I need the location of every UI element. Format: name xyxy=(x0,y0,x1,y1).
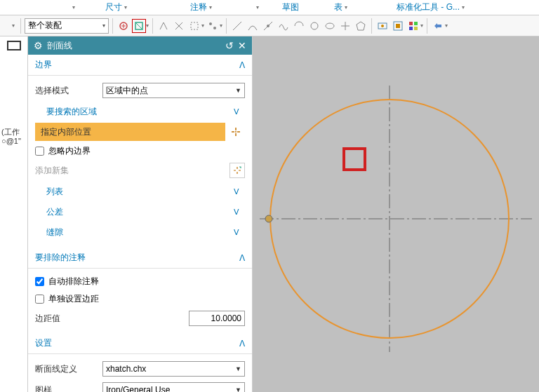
panel-body: 边界 ᐱ 选择模式 区域中的点 ▼ 要搜索的区域 ᐯ xyxy=(28,55,252,392)
specify-internal-row: 指定内部位置 xyxy=(35,123,245,141)
pick-point-button[interactable] xyxy=(225,123,245,141)
chevron-down-icon: ▾ xyxy=(124,4,127,11)
svg-rect-12 xyxy=(409,22,413,25)
margin-input[interactable] xyxy=(189,311,245,326)
chevron-down-icon: ᐯ xyxy=(234,187,239,196)
toolbar: ▾ 整个装配 ▾ ▾ ▾ ▾ ▾ ▾ xyxy=(0,15,539,36)
select-mode-value: 区域中的点 xyxy=(106,85,148,97)
chevron-up-icon: ᐱ xyxy=(239,253,245,263)
section-boundary-head[interactable]: 边界 ᐱ xyxy=(28,55,252,76)
ribbon-tab-size[interactable]: 尺寸▾ xyxy=(98,1,134,13)
reset-icon[interactable]: ↺ xyxy=(225,40,234,51)
tolerance-toggle[interactable]: 公差 ᐯ xyxy=(35,203,245,222)
svg-point-7 xyxy=(326,23,334,29)
section-title: 设置 xyxy=(35,337,52,349)
view-icon-2[interactable] xyxy=(391,19,405,33)
circle-tool-icon[interactable] xyxy=(307,19,321,33)
section-exclude-content: 自动排除注释 单独设置边距 边距值 xyxy=(28,269,252,333)
add-set-button[interactable] xyxy=(229,163,245,178)
tool-icon-6[interactable] xyxy=(206,19,220,33)
edge-tool-icon[interactable] xyxy=(261,19,275,33)
drawing-canvas[interactable] xyxy=(253,36,539,392)
chevron-down-icon: ▼ xyxy=(235,365,241,372)
gap-toggle[interactable]: 缝隙 ᐯ xyxy=(35,223,245,242)
svg-rect-15 xyxy=(414,27,418,30)
section-title: 边界 xyxy=(35,59,52,71)
chevron-down-icon: ᐯ xyxy=(234,107,239,116)
svg-rect-13 xyxy=(414,22,418,25)
hatch-panel: ⚙ 剖面线 ↺ ✕ 边界 ᐱ 选择模式 区域中的点 ▼ xyxy=(28,36,253,392)
tool-icon-4[interactable] xyxy=(172,19,186,33)
section-settings-content: 断面线定义 xhatch.chx ▼ 图样 Iron/General Use ▼ xyxy=(28,354,252,392)
chevron-down-icon: ▼ xyxy=(235,87,241,94)
chevron-up-icon: ᐱ xyxy=(239,339,245,349)
tool-icon-2-active[interactable] xyxy=(132,19,146,33)
section-title: 要排除的注释 xyxy=(35,252,86,264)
section-exclude-head[interactable]: 要排除的注释 ᐱ xyxy=(28,248,252,269)
line-tool-icon[interactable] xyxy=(230,19,244,33)
svg-point-3 xyxy=(209,22,212,25)
list-toggle[interactable]: 列表 ᐯ xyxy=(35,182,245,201)
specify-internal-label: 指定内部位置 xyxy=(35,126,225,138)
search-region-toggle[interactable]: 要搜索的区域 ᐯ xyxy=(35,102,245,121)
ribbon-tab-table[interactable]: 表▾ xyxy=(327,1,354,13)
section-boundary-content: 选择模式 区域中的点 ▼ 要搜索的区域 ᐯ 指定内部位置 xyxy=(28,76,252,248)
ignore-inner-label: 忽略内边界 xyxy=(48,145,91,157)
toolbar-dd-left[interactable]: ▾ xyxy=(10,22,17,29)
ribbon-dd-0[interactable]: ▾ xyxy=(70,4,77,11)
tool-dd[interactable]: ▾ xyxy=(201,22,204,29)
set-margin-label: 单独设置边距 xyxy=(48,293,99,305)
gear-icon[interactable]: ⚙ xyxy=(34,40,43,51)
svg-point-4 xyxy=(213,27,216,29)
tool-icon-1[interactable] xyxy=(117,19,131,33)
tab-icon[interactable] xyxy=(7,41,21,50)
auto-exclude-label: 自动排除注释 xyxy=(48,276,99,288)
gap-label: 缝隙 xyxy=(46,227,63,238)
spline-tool-icon[interactable] xyxy=(277,19,291,33)
view-icon-3[interactable] xyxy=(406,19,420,33)
chevron-down-icon: ▾ xyxy=(462,4,465,11)
chevron-down-icon: ▾ xyxy=(209,4,212,11)
add-new-set-label: 添加新集 xyxy=(35,165,69,177)
select-mode-label: 选择模式 xyxy=(35,85,98,97)
ribbon-label: 注释 xyxy=(190,1,207,13)
polygon-tool-icon[interactable] xyxy=(354,19,368,33)
point-tool-icon[interactable] xyxy=(338,19,352,33)
left-nav-strip: (工作 ○@1" xyxy=(0,36,28,392)
definition-value: xhatch.chx xyxy=(106,364,146,374)
svg-point-5 xyxy=(267,25,270,27)
tool-dd[interactable]: ▾ xyxy=(420,22,423,29)
auto-exclude-checkbox[interactable] xyxy=(35,277,44,286)
ignore-inner-checkbox[interactable] xyxy=(35,147,44,156)
ribbon-tab-sketch[interactable]: 草图 xyxy=(275,1,306,13)
definition-dropdown[interactable]: xhatch.chx ▼ xyxy=(102,361,245,377)
arc3-tool-icon[interactable] xyxy=(292,19,306,33)
ribbon-label: 表 xyxy=(334,1,342,13)
arc-tool-icon[interactable] xyxy=(246,19,260,33)
auto-exclude-row: 自动排除注释 xyxy=(35,273,245,290)
ribbon-tab-annotation[interactable]: 注释▾ xyxy=(183,1,219,13)
tool-icon-5[interactable] xyxy=(187,19,201,33)
close-icon[interactable]: ✕ xyxy=(238,40,246,51)
tool-dd[interactable]: ▾ xyxy=(146,22,149,29)
svg-rect-14 xyxy=(409,27,413,30)
view-icon-4[interactable] xyxy=(431,19,445,33)
ellipse-tool-icon[interactable] xyxy=(323,19,337,33)
view-icon-1[interactable] xyxy=(375,19,390,33)
pattern-dropdown[interactable]: Iron/General Use ▼ xyxy=(102,382,245,392)
section-settings-head[interactable]: 设置 ᐱ xyxy=(28,333,252,354)
search-region-label: 要搜索的区域 xyxy=(46,106,97,118)
svg-rect-21 xyxy=(344,149,365,170)
tool-dd[interactable]: ▾ xyxy=(220,22,222,29)
ribbon-dd-1[interactable]: ▾ xyxy=(254,4,261,11)
assembly-select[interactable]: 整个装配 ▾ xyxy=(25,18,109,34)
svg-point-6 xyxy=(311,22,318,29)
set-margin-row: 单独设置边距 xyxy=(35,290,245,308)
select-mode-dropdown[interactable]: 区域中的点 ▼ xyxy=(102,83,245,98)
set-margin-checkbox[interactable] xyxy=(35,295,44,304)
ribbon-tabs: ▾ 尺寸▾ 注释▾ ▾ 草图 表▾ 标准化工具 - G...▾ xyxy=(0,0,539,15)
ribbon-label: 草图 xyxy=(282,1,299,13)
tool-dd[interactable]: ▾ xyxy=(445,22,448,29)
ribbon-tab-std-tools[interactable]: 标准化工具 - G...▾ xyxy=(390,1,472,13)
tool-icon-3[interactable] xyxy=(157,19,171,33)
